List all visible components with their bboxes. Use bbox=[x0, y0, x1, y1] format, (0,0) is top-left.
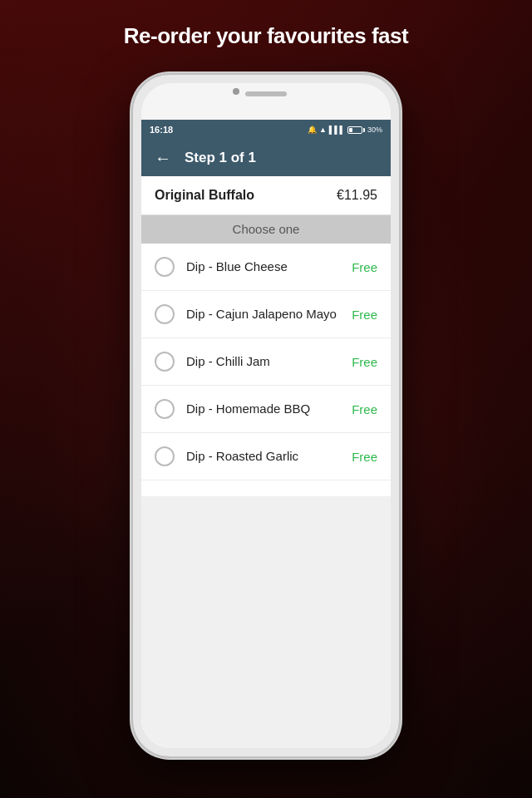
phone-frame: 16:18 🔔 ▲ ▌▌▌ 30% ← Step 1 bbox=[133, 75, 399, 756]
option-price: Free bbox=[352, 355, 377, 369]
phone-camera bbox=[233, 88, 239, 95]
product-price: €11.95 bbox=[337, 188, 377, 203]
page-title: Re-order your favourites fast bbox=[0, 23, 532, 49]
status-icons: 🔔 ▲ ▌▌▌ 30% bbox=[308, 126, 382, 134]
phone-inner: 16:18 🔔 ▲ ▌▌▌ 30% ← Step 1 bbox=[141, 83, 391, 748]
option-item[interactable]: Dip - Homemade BBQFree bbox=[141, 386, 391, 433]
option-name: Dip - Cajun Jalapeno Mayo bbox=[186, 306, 345, 323]
option-price: Free bbox=[352, 308, 377, 322]
battery-percent: 30% bbox=[367, 126, 382, 134]
radio-circle[interactable] bbox=[155, 446, 175, 466]
battery-icon bbox=[347, 126, 365, 134]
product-name: Original Buffalo bbox=[155, 188, 254, 203]
option-item[interactable]: Dip - Blue CheeseFree bbox=[141, 244, 391, 291]
phone-speaker bbox=[245, 91, 287, 96]
section-header: Choose one bbox=[141, 215, 391, 244]
option-item[interactable]: Dip - Chilli JamFree bbox=[141, 338, 391, 386]
radio-circle[interactable] bbox=[155, 257, 175, 277]
option-price: Free bbox=[352, 260, 377, 274]
option-item[interactable]: Dip - Roasted GarlicFree bbox=[141, 433, 391, 480]
wifi-icon: ▲ bbox=[319, 126, 327, 134]
back-button[interactable]: ← bbox=[155, 149, 171, 168]
option-name: Dip - Roasted Garlic bbox=[186, 448, 345, 465]
options-list: Dip - Blue CheeseFreeDip - Cajun Jalapen… bbox=[141, 244, 391, 496]
radio-circle[interactable] bbox=[155, 399, 175, 419]
status-bar: 16:18 🔔 ▲ ▌▌▌ 30% bbox=[141, 120, 391, 140]
status-time: 16:18 bbox=[150, 125, 173, 135]
radio-circle[interactable] bbox=[155, 304, 175, 324]
option-price: Free bbox=[352, 402, 377, 416]
product-header: Original Buffalo €11.95 bbox=[141, 176, 391, 215]
option-price: Free bbox=[352, 450, 377, 464]
nav-bar: ← Step 1 of 1 bbox=[141, 140, 391, 176]
option-name: Dip - Chilli Jam bbox=[186, 353, 345, 370]
option-item[interactable]: Dip - Cajun Jalapeno MayoFree bbox=[141, 291, 391, 338]
screen: 16:18 🔔 ▲ ▌▌▌ 30% ← Step 1 bbox=[141, 120, 391, 748]
content-area: Original Buffalo €11.95 Choose one Dip -… bbox=[141, 176, 391, 748]
nav-title: Step 1 of 1 bbox=[185, 150, 256, 166]
option-name: Dip - Blue Cheese bbox=[186, 259, 345, 275]
section-label: Choose one bbox=[233, 222, 300, 236]
radio-circle[interactable] bbox=[155, 352, 175, 372]
signal-icon: ▌▌▌ bbox=[329, 126, 345, 134]
bottom-area bbox=[141, 496, 391, 749]
option-name: Dip - Homemade BBQ bbox=[186, 401, 345, 417]
alarm-icon: 🔔 bbox=[308, 126, 317, 134]
